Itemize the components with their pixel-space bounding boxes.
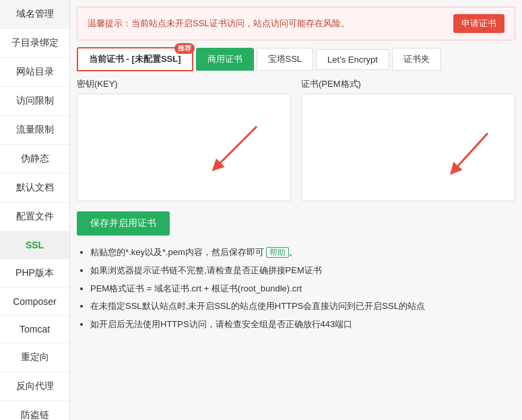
key-label: 密钥(KEY) bbox=[77, 78, 291, 90]
sidebar-item-config-file[interactable]: 配置文件 bbox=[0, 203, 69, 232]
tab-cert-folder[interactable]: 证书夹 bbox=[392, 48, 441, 71]
sidebar-item-traffic-limit[interactable]: 流量限制 bbox=[0, 116, 69, 145]
help-link[interactable]: 帮助 bbox=[266, 247, 289, 258]
sidebar-item-subdir-bind[interactable]: 子目录绑定 bbox=[0, 29, 69, 58]
sidebar-item-domain-mgmt[interactable]: 域名管理 bbox=[0, 0, 69, 29]
sidebar-item-php-version[interactable]: PHP版本 bbox=[0, 259, 69, 288]
tab-lets-encrypt-label: Let's Encrypt bbox=[327, 55, 378, 65]
key-textarea-container bbox=[77, 94, 291, 201]
sidebar: 域名管理 子目录绑定 网站目录 访问限制 流量限制 伪静态 默认文档 配置文件 … bbox=[0, 0, 70, 420]
main-content: 温馨提示：当前站点未开启SSL证书访问，站点访问可能存在风险。 申请证书 当前证… bbox=[70, 0, 522, 420]
sidebar-item-ssl[interactable]: SSL bbox=[0, 232, 69, 259]
sidebar-item-access-limit[interactable]: 访问限制 bbox=[0, 87, 69, 116]
save-cert-button[interactable]: 保存并启用证书 bbox=[77, 211, 170, 236]
cert-column: 证书(PEM格式) bbox=[301, 78, 515, 201]
sidebar-item-hotlink-protect[interactable]: 防盗链 bbox=[0, 401, 69, 420]
tab-commercial-cert[interactable]: 商用证书 bbox=[196, 48, 254, 71]
cert-label: 证书(PEM格式) bbox=[301, 78, 515, 90]
sidebar-item-tomcat[interactable]: Tomcat bbox=[0, 316, 69, 343]
cert-input[interactable] bbox=[302, 94, 515, 201]
key-input[interactable] bbox=[77, 94, 290, 201]
sidebar-item-composer[interactable]: Composer bbox=[0, 288, 69, 316]
tip-item-4: 在未指定SSL默认站点时,未开启SSL的站点使用HTTPS会直接访问到已开启SS… bbox=[90, 300, 515, 314]
tab-lets-encrypt[interactable]: Let's Encrypt bbox=[316, 49, 389, 70]
tab-baota-ssl-label: 宝塔SSL bbox=[268, 54, 302, 64]
key-column: 密钥(KEY) bbox=[77, 78, 291, 201]
tab-current-cert-badge: 推荐 bbox=[174, 43, 195, 54]
tab-cert-folder-label: 证书夹 bbox=[403, 54, 430, 64]
content-area: 密钥(KEY) 证书(PEM格式) bbox=[70, 78, 522, 332]
cert-textarea-container bbox=[301, 94, 515, 201]
tab-commercial-cert-label: 商用证书 bbox=[207, 54, 242, 64]
tip-item-3: PEM格式证书 = 域名证书.crt + 根证书(root_bundle).cr… bbox=[90, 282, 515, 296]
tab-current-cert[interactable]: 当前证书 - [未配置SSL] 推荐 bbox=[77, 47, 193, 71]
tab-current-cert-label: 当前证书 - [未配置SSL] bbox=[89, 54, 181, 64]
warning-text: 温馨提示：当前站点未开启SSL证书访问，站点访问可能存在风险。 bbox=[88, 18, 447, 30]
tips-list: 粘贴您的*.key以及*.pem内容，然后保存即可 帮助。 如果浏览器提示证书链… bbox=[77, 246, 515, 332]
apply-cert-button[interactable]: 申请证书 bbox=[453, 14, 504, 33]
tip-item-1: 粘贴您的*.key以及*.pem内容，然后保存即可 帮助。 bbox=[90, 246, 515, 260]
cert-columns: 密钥(KEY) 证书(PEM格式) bbox=[77, 78, 515, 201]
sidebar-item-pseudo-static[interactable]: 伪静态 bbox=[0, 145, 69, 174]
tip-item-5: 如开启后无法使用HTTPS访问，请检查安全组是否正确放行443端口 bbox=[90, 318, 515, 332]
tip-item-2: 如果浏览器提示证书链不完整,请检查是否正确拼接PEM证书 bbox=[90, 264, 515, 278]
warning-banner: 温馨提示：当前站点未开启SSL证书访问，站点访问可能存在风险。 申请证书 bbox=[77, 7, 515, 40]
sidebar-item-reverse-proxy[interactable]: 反向代理 bbox=[0, 372, 69, 401]
tabs-container: 当前证书 - [未配置SSL] 推荐 商用证书 宝塔SSL Let's Encr… bbox=[70, 47, 522, 71]
tab-baota-ssl[interactable]: 宝塔SSL bbox=[257, 48, 314, 71]
sidebar-item-redirect[interactable]: 重定向 bbox=[0, 343, 69, 372]
sidebar-item-default-doc[interactable]: 默认文档 bbox=[0, 174, 69, 203]
sidebar-item-site-dir[interactable]: 网站目录 bbox=[0, 58, 69, 87]
